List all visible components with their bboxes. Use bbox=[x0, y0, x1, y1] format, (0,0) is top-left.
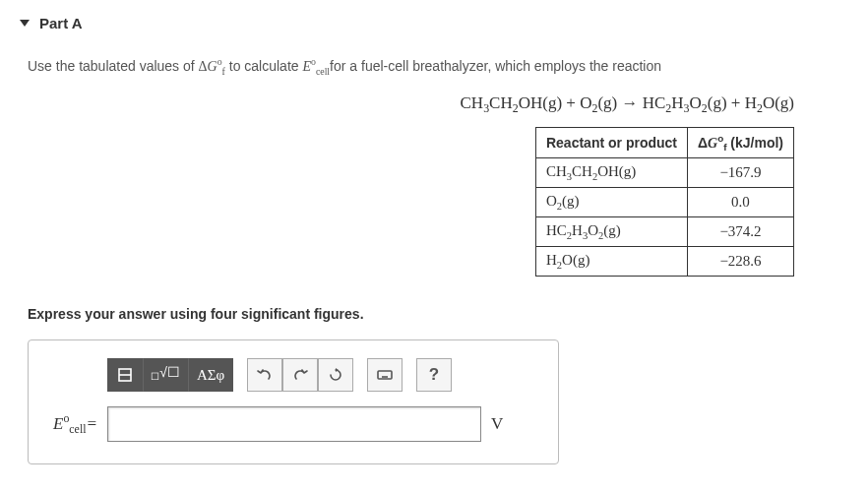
table-row: O2(g) 0.0 bbox=[535, 188, 793, 217]
help-button[interactable]: ? bbox=[416, 358, 452, 392]
answer-unit: V bbox=[491, 414, 503, 434]
table-row: CH3CH2OH(g) −167.9 bbox=[535, 158, 793, 188]
value-cell: −228.6 bbox=[687, 247, 793, 277]
species-cell: CH3CH2OH(g) bbox=[535, 158, 687, 188]
answer-input[interactable] bbox=[107, 406, 481, 442]
keyboard-icon bbox=[377, 367, 393, 383]
template-icon bbox=[117, 367, 133, 383]
delta-g-symbol: ΔGof bbox=[199, 59, 225, 74]
help-icon: ? bbox=[429, 365, 439, 385]
reaction-equation: CH3CH2OH(g) + O2(g) → HC2H3O2(g) + H2O(g… bbox=[20, 93, 794, 116]
value-cell: 0.0 bbox=[687, 188, 793, 217]
species-cell: H2O(g) bbox=[535, 247, 687, 277]
collapse-icon bbox=[20, 20, 30, 27]
sig-fig-instruction: Express your answer using four significa… bbox=[28, 306, 809, 322]
part-label: Part A bbox=[39, 15, 83, 31]
reset-icon bbox=[328, 367, 343, 383]
undo-button[interactable] bbox=[247, 358, 282, 392]
value-cell: −167.9 bbox=[687, 158, 793, 188]
fraction-sqrt-icon: ☐√☐ bbox=[151, 367, 180, 383]
reset-button[interactable] bbox=[318, 358, 353, 392]
value-cell: −374.2 bbox=[687, 217, 793, 247]
fraction-sqrt-button[interactable]: ☐√☐ bbox=[143, 358, 188, 392]
species-cell: O2(g) bbox=[535, 188, 687, 217]
table-header-species: Reactant or product bbox=[535, 127, 687, 157]
redo-button[interactable] bbox=[282, 358, 318, 392]
table-row: HC2H3O2(g) −374.2 bbox=[535, 217, 793, 247]
undo-icon bbox=[257, 367, 273, 383]
e-cell-symbol: Eocell bbox=[302, 59, 330, 74]
greek-label: ΑΣφ bbox=[197, 367, 224, 384]
redo-icon bbox=[292, 367, 308, 383]
table-header-deltaG: ΔGof (kJ/mol) bbox=[687, 127, 793, 157]
prompt-pre: Use the tabulated values of bbox=[28, 58, 199, 74]
greek-symbols-button[interactable]: ΑΣφ bbox=[188, 358, 233, 392]
question-prompt: Use the tabulated values of ΔGof to calc… bbox=[28, 56, 809, 76]
equation-toolbar: ☐√☐ ΑΣφ ? bbox=[107, 358, 538, 392]
species-cell: HC2H3O2(g) bbox=[535, 217, 687, 247]
equation-text: CH3CH2OH(g) + O2(g) → HC2H3O2(g) + H2O(g… bbox=[461, 93, 794, 112]
template-button[interactable] bbox=[107, 358, 143, 392]
prompt-post: for a fuel-cell breathalyzer, which empl… bbox=[330, 58, 661, 74]
part-header[interactable]: Part A bbox=[20, 15, 809, 31]
keyboard-button[interactable] bbox=[367, 358, 403, 392]
thermodynamic-table: Reactant or product ΔGof (kJ/mol) CH3CH2… bbox=[535, 127, 794, 277]
answer-row: Eocell= V bbox=[48, 406, 538, 442]
answer-panel: ☐√☐ ΑΣφ ? Eocell= V bbox=[28, 339, 559, 464]
table-row: H2O(g) −228.6 bbox=[535, 247, 793, 277]
answer-variable-label: Eocell= bbox=[48, 411, 97, 437]
prompt-mid: to calculate bbox=[225, 58, 303, 74]
